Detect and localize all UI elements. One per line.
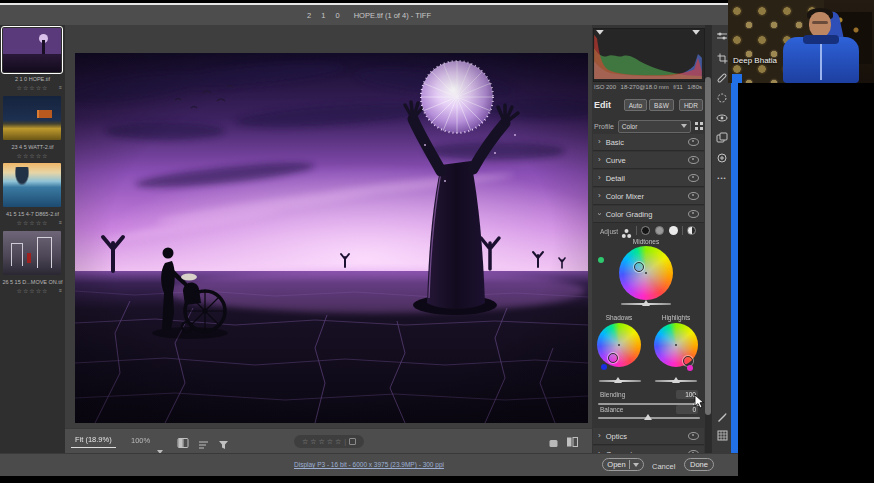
filter-icon[interactable]: [218, 436, 229, 454]
aperture-value: f/11: [673, 84, 683, 90]
cancel-button[interactable]: Cancel: [652, 462, 675, 471]
visibility-eye-icon[interactable]: [688, 174, 699, 182]
midtones-slider-handle[interactable]: [642, 300, 650, 306]
profile-browser-icon[interactable]: [695, 122, 703, 130]
filmstrip-item-watt[interactable]: 23 4 5 WATT-2.tif ☆☆☆☆☆: [0, 96, 65, 162]
filmstrip: 2 1 0 HOPE.tif ☆☆☆☆☆ ≡ 23 4 5 WATT-2.tif…: [0, 25, 65, 453]
panel-section-color-mixer[interactable]: › Color Mixer: [593, 188, 704, 205]
thumb-filename: 2 1 0 HOPE.tif: [0, 76, 65, 82]
thumb-star-rating[interactable]: ☆☆☆☆☆: [0, 219, 65, 226]
profile-label: Profile: [594, 123, 614, 130]
hdr-button[interactable]: HDR: [679, 99, 703, 111]
highlights-slider-handle[interactable]: [672, 377, 680, 383]
healing-tool-icon[interactable]: [715, 71, 729, 85]
more-options-dots-icon[interactable]: •••: [715, 171, 729, 185]
brush-tool-icon[interactable]: [715, 410, 729, 424]
open-dropdown-caret-icon[interactable]: [633, 463, 639, 467]
thumb-star-rating[interactable]: ☆☆☆☆☆: [0, 152, 65, 159]
thumb-figure: [27, 253, 31, 263]
thumbnail-image[interactable]: [3, 231, 61, 275]
zoom-level-value[interactable]: 100%: [131, 436, 150, 445]
midtones-wheel-icon[interactable]: [655, 226, 664, 235]
section-label: Optics: [606, 432, 627, 441]
profile-select[interactable]: Color: [618, 120, 691, 133]
chevron-down-icon: ›: [595, 213, 603, 216]
thumb-star-rating[interactable]: ☆☆☆☆☆: [0, 287, 65, 294]
edit-sliders-icon[interactable]: [715, 29, 729, 43]
photo-canvas[interactable]: [75, 53, 588, 423]
panel-section-basic[interactable]: › Basic: [593, 134, 704, 151]
thumb-star-rating[interactable]: ☆☆☆☆☆: [0, 84, 65, 91]
balance-label: Balance: [600, 406, 624, 413]
midtones-color-wheel[interactable]: [619, 246, 673, 300]
divider: [682, 226, 683, 235]
thumb-door-right: [37, 237, 52, 268]
document-title: HOPE.tif (1 of 4) - TIFF: [354, 11, 431, 20]
divider: [636, 226, 637, 235]
visibility-eye-icon[interactable]: [688, 138, 699, 146]
highlights-wheel-icon[interactable]: [669, 226, 678, 235]
split-view-icon[interactable]: [566, 434, 579, 452]
webcam-overlay: Deep Bhatia: [728, 0, 874, 83]
crop-tool-icon[interactable]: [715, 51, 729, 65]
shadows-slider-handle[interactable]: [614, 377, 622, 383]
edit-panel-title: Edit: [594, 100, 611, 110]
midtones-wheel-knob[interactable]: [634, 262, 644, 272]
shutter-value: 1/80s: [687, 84, 702, 90]
star-rating[interactable]: ☆ ☆ ☆ ☆ ☆: [302, 438, 341, 446]
chevron-right-icon: ›: [598, 192, 601, 200]
bw-button[interactable]: B&W: [649, 99, 674, 111]
fit-zoom-button[interactable]: Fit (18.9%): [71, 435, 116, 448]
photo-artwork: [75, 53, 588, 423]
thumbnail-image[interactable]: [3, 163, 61, 207]
red-eye-tool-icon[interactable]: [715, 111, 729, 125]
visibility-eye-icon[interactable]: [688, 210, 699, 218]
profile-value: Color: [622, 123, 638, 130]
panel-section-color-grading[interactable]: › Color Grading: [593, 206, 704, 223]
thumb-door-left: [11, 243, 23, 266]
auto-button[interactable]: Auto: [624, 99, 647, 111]
star-rating-bar[interactable]: ☆ ☆ ☆ ☆ ☆ |: [294, 435, 364, 448]
masking-tool-icon[interactable]: [715, 91, 729, 105]
done-button[interactable]: Done: [684, 458, 714, 471]
before-after-toggle-icon[interactable]: [177, 435, 189, 453]
main-canvas: [65, 25, 592, 428]
shadows-wheel-knob[interactable]: [608, 353, 618, 363]
jacket-collar: [803, 35, 839, 44]
shadows-wheel-icon[interactable]: [641, 226, 650, 235]
shadows-color-wheel[interactable]: [597, 323, 641, 367]
wheel-center-dot: [645, 272, 647, 274]
visibility-eye-icon[interactable]: [688, 192, 699, 200]
grid-overlay-icon[interactable]: [715, 428, 729, 442]
panel-section-optics[interactable]: › Optics: [593, 428, 704, 445]
thumbnail-image[interactable]: [3, 28, 61, 72]
shadows-label: Shadows: [597, 314, 641, 321]
filmstrip-item-hope[interactable]: 2 1 0 HOPE.tif ☆☆☆☆☆ ≡: [0, 28, 65, 94]
midtones-label: Midtones: [619, 238, 673, 245]
snapshot-icon[interactable]: [548, 435, 559, 453]
section-label: Detail: [606, 174, 625, 183]
section-label: Color Grading: [606, 210, 653, 219]
exif-info: ISO 200 18-270@18.0 mm f/11 1/80s: [594, 84, 702, 90]
reject-flag-icon[interactable]: [349, 438, 356, 445]
panel-section-curve[interactable]: › Curve: [593, 152, 704, 169]
lens-value: 18-270@18.0 mm: [621, 84, 669, 90]
panel-section-detail[interactable]: › Detail: [593, 170, 704, 187]
presets-icon[interactable]: [715, 131, 729, 145]
mouse-cursor: [694, 395, 705, 413]
jacket-zipper: [820, 44, 822, 80]
histogram[interactable]: [593, 28, 705, 82]
filmstrip-item-moveon[interactable]: 26 5 15 D...MOVE ON.tif ☆☆☆☆☆ ≡: [0, 231, 65, 297]
more-settings-icon[interactable]: [715, 151, 729, 165]
sort-icon[interactable]: [198, 436, 209, 454]
balance-slider-handle[interactable]: [644, 414, 652, 420]
thumb-ground: [3, 54, 61, 72]
thumbnail-image[interactable]: [3, 96, 61, 140]
person-glasses: [812, 21, 828, 24]
open-button[interactable]: Open: [602, 458, 644, 471]
highlights-color-wheel[interactable]: [654, 323, 698, 367]
filmstrip-item-d865[interactable]: 41 5 15 4-7 D865-2.tif ☆☆☆☆☆ ≡: [0, 163, 65, 229]
visibility-eye-icon[interactable]: [688, 432, 699, 440]
visibility-eye-icon[interactable]: [688, 156, 699, 164]
global-wheel-icon[interactable]: [687, 226, 696, 235]
